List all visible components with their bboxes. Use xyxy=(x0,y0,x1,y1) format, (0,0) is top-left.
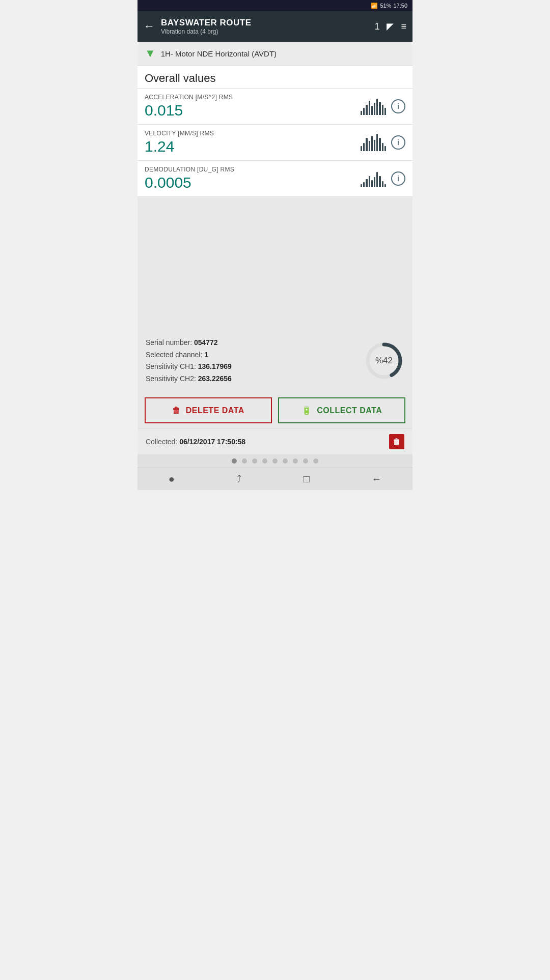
dot-3[interactable] xyxy=(252,458,257,464)
content-spacer xyxy=(138,197,413,330)
channel-value: 1 xyxy=(204,351,208,359)
acceleration-info-button[interactable]: i xyxy=(391,99,405,113)
nav-back-icon[interactable]: ← xyxy=(371,473,381,485)
demodulation-value: 0.0005 xyxy=(145,174,361,191)
bar xyxy=(382,143,383,151)
sensor-bar: ▼ 1H- Motor NDE Horizontal (AVDT) xyxy=(138,42,413,66)
dot-2[interactable] xyxy=(242,458,247,464)
velocity-right: i xyxy=(361,134,405,151)
velocity-chart xyxy=(361,134,386,151)
nav-bar: ● ⤴ □ ← xyxy=(138,468,413,490)
bar xyxy=(384,146,386,151)
velocity-left: VELOCITY [mm/s] RMS 1.24 xyxy=(145,130,361,155)
dot-5[interactable] xyxy=(272,458,278,464)
bar xyxy=(363,182,365,187)
toolbar-subtitle: Vibration data (4 brg) xyxy=(161,28,368,35)
channel-label: Selected channel: xyxy=(146,351,204,359)
delete-label: DELETE DATA xyxy=(186,406,244,415)
bar xyxy=(363,108,365,115)
bar xyxy=(382,181,383,187)
demodulation-info-button[interactable]: i xyxy=(391,171,405,186)
network-icon: 📶 xyxy=(371,3,378,9)
collect-data-button[interactable]: 🔋 COLLECT DATA xyxy=(278,397,405,423)
action-buttons: 🗑 DELETE DATA 🔋 COLLECT DATA xyxy=(138,392,413,428)
status-icons: 📶 51% 17:50 xyxy=(371,3,407,9)
bar xyxy=(376,172,378,187)
toolbar: ← BAYSWATER ROUTE Vibration data (4 brg)… xyxy=(138,11,413,42)
bar xyxy=(376,134,378,151)
sensitivity-ch1-value: 136.17969 xyxy=(198,362,232,370)
demodulation-left: DEMODULATION [du_g] RMS 0.0005 xyxy=(145,166,361,191)
collected-datetime: 06/12/2017 17:50:58 xyxy=(179,438,245,446)
demodulation-chart xyxy=(361,170,386,187)
delete-icon: 🗑 xyxy=(172,406,181,415)
page-number: 1 xyxy=(374,21,379,32)
signal-icon: ◤ xyxy=(387,21,394,32)
velocity-info-button[interactable]: i xyxy=(391,135,405,150)
demodulation-right: i xyxy=(361,170,405,187)
bar xyxy=(369,101,370,115)
dot-1[interactable] xyxy=(232,458,237,464)
bar xyxy=(371,106,373,115)
measurement-row-acceleration: ACCELERATION [m/s^2] RMS 0.015 i xyxy=(138,89,413,125)
sensor-funnel-icon: ▼ xyxy=(145,47,156,60)
section-title: Overall values xyxy=(138,66,413,89)
bar xyxy=(361,184,362,187)
sensor-label: 1H- Motor NDE Horizontal (AVDT) xyxy=(161,49,277,58)
demodulation-label: DEMODULATION [du_g] RMS xyxy=(145,166,361,173)
bar xyxy=(366,138,367,151)
acceleration-left: ACCELERATION [m/s^2] RMS 0.015 xyxy=(145,94,361,119)
nav-recent-icon[interactable]: ⤴ xyxy=(236,473,241,485)
time-display: 17:50 xyxy=(393,3,407,9)
bar xyxy=(374,103,375,115)
sensitivity-ch1-row: Sensitivity CH1: 136.17969 xyxy=(146,361,232,373)
dot-7[interactable] xyxy=(293,458,298,464)
collected-bar: Collected: 06/12/2017 17:50:58 🗑 xyxy=(138,428,413,454)
menu-icon[interactable]: ≡ xyxy=(401,21,406,32)
measurement-row-demodulation: DEMODULATION [du_g] RMS 0.0005 i xyxy=(138,161,413,197)
dot-9[interactable] xyxy=(313,458,318,464)
delete-collected-button[interactable]: 🗑 xyxy=(389,434,404,449)
bar xyxy=(371,180,373,187)
collected-text: Collected: 06/12/2017 17:50:58 xyxy=(146,438,245,446)
nav-menu-icon[interactable]: ● xyxy=(169,473,175,485)
back-button[interactable]: ← xyxy=(144,20,155,33)
bar xyxy=(384,184,386,187)
battery-icon: 51% xyxy=(380,3,391,9)
nav-home-icon[interactable]: □ xyxy=(304,473,310,485)
delete-data-button[interactable]: 🗑 DELETE DATA xyxy=(145,397,272,423)
bar xyxy=(384,108,386,115)
sensitivity-ch2-label: Sensitivity CH2: xyxy=(146,374,198,383)
circle-progress: %42 xyxy=(364,340,404,381)
toolbar-title-block: BAYSWATER ROUTE Vibration data (4 brg) xyxy=(161,18,368,35)
dot-6[interactable] xyxy=(283,458,288,464)
bar xyxy=(369,141,370,151)
toolbar-right: 1 ◤ ≡ xyxy=(374,21,406,32)
status-bar: 📶 51% 17:50 xyxy=(138,0,413,11)
bar xyxy=(376,99,378,115)
serial-number-row: Serial number: 054772 xyxy=(146,337,232,349)
measurement-row-velocity: VELOCITY [mm/s] RMS 1.24 i xyxy=(138,125,413,161)
device-info-section: Serial number: 054772 Selected channel: … xyxy=(138,330,413,392)
acceleration-value: 0.015 xyxy=(145,102,361,119)
velocity-label: VELOCITY [mm/s] RMS xyxy=(145,130,361,137)
acceleration-chart xyxy=(361,98,386,115)
sensitivity-ch1-label: Sensitivity CH1: xyxy=(146,362,198,370)
bar xyxy=(363,143,365,151)
collect-icon: 🔋 xyxy=(301,406,312,415)
dot-4[interactable] xyxy=(262,458,267,464)
circle-progress-label: %42 xyxy=(375,356,393,366)
bar xyxy=(366,179,367,187)
bar xyxy=(374,177,375,187)
bar xyxy=(382,105,383,115)
bar xyxy=(379,176,380,187)
measurement-rows: ACCELERATION [m/s^2] RMS 0.015 i VELOCIT… xyxy=(138,89,413,197)
bar xyxy=(361,146,362,151)
serial-number-value: 054772 xyxy=(194,338,218,347)
device-info-text: Serial number: 054772 Selected channel: … xyxy=(146,337,232,385)
bar xyxy=(369,176,370,187)
serial-number-label: Serial number: xyxy=(146,338,194,347)
bar xyxy=(379,102,380,115)
dot-8[interactable] xyxy=(303,458,308,464)
acceleration-right: i xyxy=(361,98,405,115)
